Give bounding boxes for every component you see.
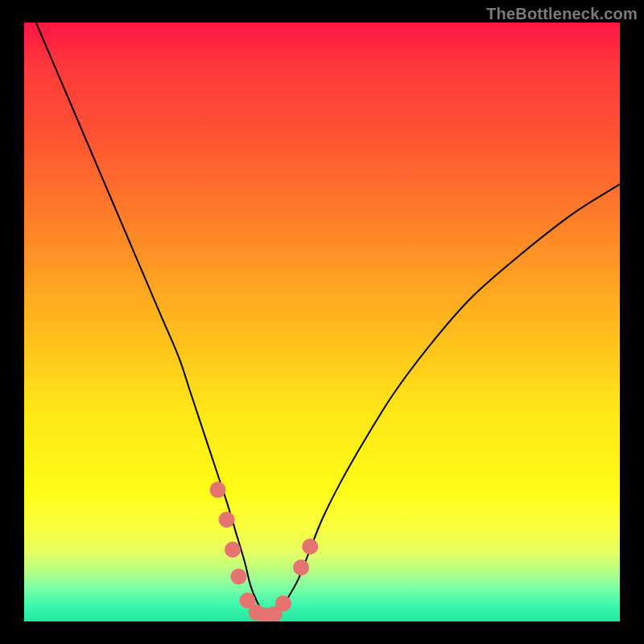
watermark-text: TheBottleneck.com	[486, 5, 638, 23]
marker-dot	[293, 559, 309, 576]
marker-dot	[230, 568, 246, 584]
marker-dot	[225, 542, 241, 558]
bottleneck-curve	[36, 23, 620, 616]
salient-markers	[210, 481, 319, 621]
marker-dot	[210, 481, 226, 497]
marker-dot	[219, 512, 235, 528]
chart-frame: TheBottleneck.com	[0, 0, 644, 644]
marker-dot	[275, 596, 291, 612]
marker-dot	[302, 539, 318, 555]
plot-area	[24, 23, 620, 621]
curve-layer	[24, 23, 620, 621]
